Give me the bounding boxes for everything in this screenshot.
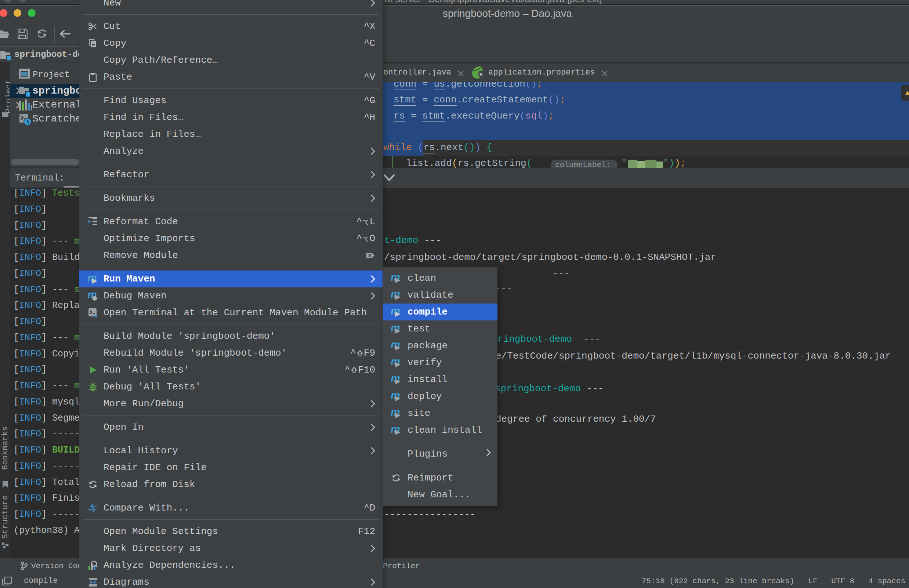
svg-text:m: m: [93, 313, 98, 318]
